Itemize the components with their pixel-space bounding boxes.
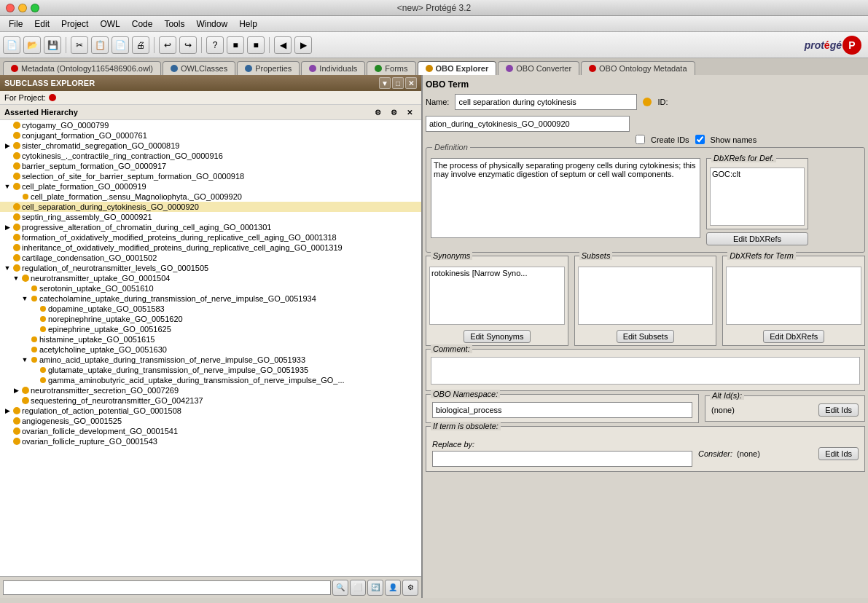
config-btn[interactable]: ■ <box>227 36 244 54</box>
edit-ids-consider-button[interactable]: Edit Ids <box>818 447 859 460</box>
tree-toggle[interactable]: ▶ <box>3 141 12 150</box>
tree-toggle[interactable] <box>3 253 12 262</box>
redo-btn[interactable]: ↪ <box>179 36 197 54</box>
save-btn[interactable]: 💾 <box>44 36 61 54</box>
tree-toggle[interactable] <box>20 335 29 344</box>
tree-toggle[interactable]: ▼ <box>20 355 29 364</box>
namespace-field[interactable] <box>432 402 692 418</box>
refresh-btn[interactable]: 🔄 <box>367 580 383 596</box>
tree-item[interactable]: ▼ cell_plate_formation_GO_0000919 <box>0 181 421 192</box>
tree-toggle[interactable]: ▶ <box>3 406 12 415</box>
tree-item[interactable]: ▶ neurotransmitter_secretion_GO_0007269 <box>0 385 421 395</box>
tab-oboconverter[interactable]: OBO Converter <box>498 61 579 75</box>
tree-toggle[interactable] <box>12 192 20 201</box>
create-ids-checkbox[interactable] <box>636 135 645 144</box>
edit-subsets-button[interactable]: Edit Subsets <box>617 330 675 343</box>
tree-toggle[interactable] <box>3 417 12 425</box>
tab-properties[interactable]: Properties <box>237 61 300 75</box>
forward-btn[interactable]: ▶ <box>294 36 312 54</box>
tree-item[interactable]: dopamine_uptake_GO_0051583 <box>0 304 421 314</box>
edit-synonyms-button[interactable]: Edit Synonyms <box>464 330 530 343</box>
tree-item[interactable]: cell_plate_formation_.sensu_Magnoliophyt… <box>0 192 421 202</box>
edit-ids-button[interactable]: Edit Ids <box>818 403 859 417</box>
tree-container[interactable]: cytogamy_GO_0000799 conjugant_formation_… <box>0 120 421 576</box>
tree-toggle[interactable]: ▼ <box>3 264 12 272</box>
tree-toggle[interactable] <box>20 284 29 293</box>
tree-item[interactable]: barrier_septum_formation_GO_0000917 <box>0 161 421 171</box>
hier-icon-2[interactable]: ⚙ <box>386 106 401 118</box>
cut-btn[interactable]: ✂ <box>71 36 88 54</box>
tree-item[interactable]: conjugant_formation_GO_0000761 <box>0 130 421 141</box>
new-btn[interactable]: 📄 <box>3 36 20 54</box>
tree-item[interactable]: ▶ progressive_alteration_of_chromatin_du… <box>0 222 421 232</box>
tab-obometadata[interactable]: OBO Ontology Metadata <box>581 61 695 75</box>
user-btn[interactable]: 👤 <box>385 580 401 596</box>
menu-window[interactable]: Window <box>190 17 233 31</box>
close-button[interactable] <box>6 4 15 12</box>
tree-toggle[interactable]: ▼ <box>20 294 29 303</box>
tree-toggle[interactable] <box>3 172 12 181</box>
menu-code[interactable]: Code <box>126 17 159 31</box>
tree-item[interactable]: angiogenesis_GO_0001525 <box>0 416 421 426</box>
hier-icon-1[interactable]: ⚙ <box>370 106 385 118</box>
tree-toggle[interactable] <box>3 233 12 242</box>
menu-owl[interactable]: OWL <box>94 17 125 31</box>
tree-item[interactable]: acetylcholine_uptake_GO_0051630 <box>0 344 421 355</box>
close-panel-btn[interactable]: ✕ <box>405 77 417 89</box>
hier-icon-3[interactable]: ✕ <box>402 106 417 118</box>
copy-btn[interactable]: 📋 <box>91 36 109 54</box>
menu-help[interactable]: Help <box>233 17 263 31</box>
search-btn[interactable]: 🔍 <box>332 580 348 596</box>
tree-item[interactable]: serotonin_uptake_GO_0051610 <box>0 283 421 293</box>
tree-item[interactable]: ▼ catecholamine_uptake_during_transmissi… <box>0 293 421 304</box>
config2-btn[interactable]: ■ <box>247 36 265 54</box>
tab-oboexplorer[interactable]: OBO Explorer <box>418 61 497 75</box>
menu-project[interactable]: Project <box>55 17 94 31</box>
tree-item[interactable]: histamine_uptake_GO_0051615 <box>0 334 421 344</box>
find-btn[interactable]: ⬜ <box>350 580 366 596</box>
back-btn[interactable]: ◀ <box>274 36 292 54</box>
tree-item[interactable]: inheritance_of_oxidatively_modified_prot… <box>0 243 421 253</box>
tree-toggle[interactable] <box>29 325 38 334</box>
collapse-btn[interactable]: ▼ <box>379 77 391 89</box>
tab-owlclasses[interactable]: OWLClasses <box>163 61 235 75</box>
tree-item[interactable]: sequestering_of_neurotransmitter_GO_0042… <box>0 395 421 406</box>
tree-toggle[interactable] <box>3 213 12 221</box>
expand-btn[interactable]: □ <box>392 77 404 89</box>
menu-edit[interactable]: Edit <box>28 17 55 31</box>
tree-toggle[interactable] <box>3 131 12 140</box>
tree-item[interactable]: ▼ regulation_of_neurotransmitter_levels_… <box>0 263 421 273</box>
tree-toggle[interactable] <box>3 121 12 130</box>
tree-toggle[interactable] <box>3 202 12 211</box>
tree-toggle[interactable] <box>3 437 12 446</box>
replace-by-field[interactable] <box>432 451 692 467</box>
tree-toggle[interactable] <box>20 345 29 354</box>
tree-toggle[interactable] <box>29 376 38 385</box>
tree-toggle[interactable] <box>29 315 38 323</box>
tree-item[interactable]: selection_of_site_for_barrier_septum_for… <box>0 171 421 181</box>
tree-toggle[interactable] <box>3 151 12 160</box>
tree-toggle[interactable] <box>3 162 12 170</box>
tree-item-selected[interactable]: cell_separation_during_cytokinesis_GO_00… <box>0 202 421 212</box>
tree-item[interactable]: ovarian_follicle_rupture_GO_0001543 <box>0 436 421 446</box>
maximize-button[interactable] <box>31 4 39 12</box>
tree-toggle[interactable]: ▼ <box>3 182 12 191</box>
edit-dbxrefs-def-button[interactable]: Edit DbXRefs <box>706 232 808 245</box>
tree-toggle[interactable] <box>29 304 38 313</box>
menu-file[interactable]: File <box>3 17 28 31</box>
tree-item[interactable]: gamma_aminobutyric_acid_uptake_during_tr… <box>0 375 421 385</box>
tree-item[interactable]: formation_of_oxidatively_modified_protei… <box>0 232 421 243</box>
tree-item[interactable]: ▶ sister_chromatid_segregation_GO_000081… <box>0 141 421 151</box>
tree-toggle[interactable] <box>29 366 38 374</box>
tree-toggle[interactable] <box>3 243 12 252</box>
paste-btn[interactable]: 📄 <box>112 36 129 54</box>
tree-item[interactable]: norepinephrine_uptake_GO_0051620 <box>0 314 421 324</box>
menu-tools[interactable]: Tools <box>158 17 190 31</box>
tree-item[interactable]: septin_ring_assembly_GO_0000921 <box>0 212 421 222</box>
tree-item[interactable]: cytokinesis_._contractile_ring_contracti… <box>0 151 421 161</box>
tree-toggle[interactable] <box>12 396 20 405</box>
tree-toggle[interactable]: ▶ <box>3 223 12 232</box>
config3-btn[interactable]: ⚙ <box>402 580 418 596</box>
tree-item[interactable]: epinephrine_uptake_GO_0051625 <box>0 324 421 334</box>
tree-item[interactable]: cartilage_condensation_GO_0001502 <box>0 253 421 263</box>
